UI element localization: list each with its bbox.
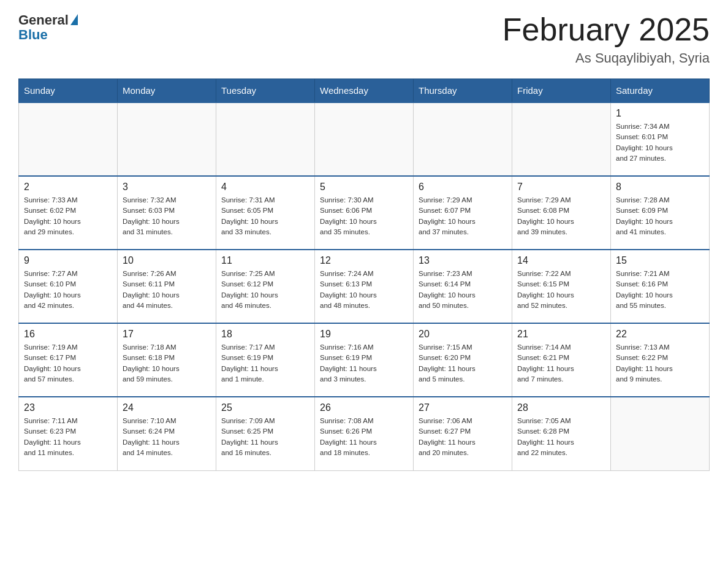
day-info: Sunrise: 7:34 AM Sunset: 6:01 PM Dayligh… <box>616 121 704 164</box>
calendar-cell: 7Sunrise: 7:29 AM Sunset: 6:08 PM Daylig… <box>512 176 611 250</box>
calendar-cell: 23Sunrise: 7:11 AM Sunset: 6:23 PM Dayli… <box>19 397 118 470</box>
calendar-cell <box>512 102 611 176</box>
day-number: 5 <box>320 182 408 193</box>
day-info: Sunrise: 7:30 AM Sunset: 6:06 PM Dayligh… <box>320 195 408 237</box>
calendar-cell: 3Sunrise: 7:32 AM Sunset: 6:03 PM Daylig… <box>118 176 216 250</box>
day-info: Sunrise: 7:26 AM Sunset: 6:11 PM Dayligh… <box>123 269 211 311</box>
day-info: Sunrise: 7:19 AM Sunset: 6:17 PM Dayligh… <box>24 342 112 385</box>
calendar-cell: 19Sunrise: 7:16 AM Sunset: 6:19 PM Dayli… <box>315 323 414 397</box>
day-number: 18 <box>221 329 309 340</box>
day-number: 1 <box>616 108 704 119</box>
day-info: Sunrise: 7:23 AM Sunset: 6:14 PM Dayligh… <box>419 269 507 311</box>
calendar-cell: 14Sunrise: 7:22 AM Sunset: 6:15 PM Dayli… <box>512 250 611 323</box>
day-info: Sunrise: 7:29 AM Sunset: 6:08 PM Dayligh… <box>517 195 605 237</box>
calendar-cell: 6Sunrise: 7:29 AM Sunset: 6:07 PM Daylig… <box>414 176 512 250</box>
calendar-cell: 1Sunrise: 7:34 AM Sunset: 6:01 PM Daylig… <box>611 102 710 176</box>
day-info: Sunrise: 7:09 AM Sunset: 6:25 PM Dayligh… <box>221 416 309 458</box>
day-info: Sunrise: 7:15 AM Sunset: 6:20 PM Dayligh… <box>419 342 507 385</box>
weekday-header-tuesday: Tuesday <box>216 79 315 103</box>
calendar-cell: 16Sunrise: 7:19 AM Sunset: 6:17 PM Dayli… <box>19 323 118 397</box>
calendar-cell: 27Sunrise: 7:06 AM Sunset: 6:27 PM Dayli… <box>414 397 512 470</box>
calendar-table: SundayMondayTuesdayWednesdayThursdayFrid… <box>18 79 710 471</box>
day-number: 12 <box>320 255 408 266</box>
calendar-cell: 8Sunrise: 7:28 AM Sunset: 6:09 PM Daylig… <box>611 176 710 250</box>
day-number: 14 <box>517 255 605 266</box>
day-info: Sunrise: 7:28 AM Sunset: 6:09 PM Dayligh… <box>616 195 704 237</box>
calendar-cell <box>315 102 414 176</box>
weekday-header-monday: Monday <box>118 79 216 103</box>
calendar-cell: 9Sunrise: 7:27 AM Sunset: 6:10 PM Daylig… <box>19 250 118 323</box>
day-number: 4 <box>221 182 309 193</box>
calendar-cell: 18Sunrise: 7:17 AM Sunset: 6:19 PM Dayli… <box>216 323 315 397</box>
calendar-cell: 20Sunrise: 7:15 AM Sunset: 6:20 PM Dayli… <box>414 323 512 397</box>
day-number: 21 <box>517 329 605 340</box>
day-number: 15 <box>616 255 704 266</box>
day-info: Sunrise: 7:05 AM Sunset: 6:28 PM Dayligh… <box>517 416 605 458</box>
calendar-cell <box>611 397 710 470</box>
day-info: Sunrise: 7:21 AM Sunset: 6:16 PM Dayligh… <box>616 269 704 311</box>
day-info: Sunrise: 7:11 AM Sunset: 6:23 PM Dayligh… <box>24 416 112 458</box>
day-info: Sunrise: 7:14 AM Sunset: 6:21 PM Dayligh… <box>517 342 605 385</box>
location-title: As Suqaylibiyah, Syria <box>502 50 710 66</box>
logo-blue-text: Blue <box>18 27 48 43</box>
day-number: 11 <box>221 255 309 266</box>
day-number: 13 <box>419 255 507 266</box>
calendar-cell <box>414 102 512 176</box>
calendar-cell: 28Sunrise: 7:05 AM Sunset: 6:28 PM Dayli… <box>512 397 611 470</box>
calendar-cell: 13Sunrise: 7:23 AM Sunset: 6:14 PM Dayli… <box>414 250 512 323</box>
day-number: 26 <box>320 402 408 413</box>
day-info: Sunrise: 7:33 AM Sunset: 6:02 PM Dayligh… <box>24 195 112 237</box>
page-header: General Blue February 2025 As Suqaylibiy… <box>18 12 710 66</box>
day-info: Sunrise: 7:16 AM Sunset: 6:19 PM Dayligh… <box>320 342 408 385</box>
calendar-cell: 25Sunrise: 7:09 AM Sunset: 6:25 PM Dayli… <box>216 397 315 470</box>
day-number: 2 <box>24 182 112 193</box>
day-number: 17 <box>123 329 211 340</box>
day-number: 27 <box>419 402 507 413</box>
calendar-cell: 12Sunrise: 7:24 AM Sunset: 6:13 PM Dayli… <box>315 250 414 323</box>
day-info: Sunrise: 7:18 AM Sunset: 6:18 PM Dayligh… <box>123 342 211 385</box>
day-number: 28 <box>517 402 605 413</box>
weekday-header-wednesday: Wednesday <box>315 79 414 103</box>
week-row-1: 1Sunrise: 7:34 AM Sunset: 6:01 PM Daylig… <box>19 102 710 176</box>
day-number: 16 <box>24 329 112 340</box>
day-number: 9 <box>24 255 112 266</box>
day-info: Sunrise: 7:24 AM Sunset: 6:13 PM Dayligh… <box>320 269 408 311</box>
calendar-cell <box>19 102 118 176</box>
calendar-cell: 22Sunrise: 7:13 AM Sunset: 6:22 PM Dayli… <box>611 323 710 397</box>
logo: General Blue <box>18 12 78 43</box>
weekday-header-saturday: Saturday <box>611 79 710 103</box>
day-info: Sunrise: 7:10 AM Sunset: 6:24 PM Dayligh… <box>123 416 211 458</box>
calendar-cell: 5Sunrise: 7:30 AM Sunset: 6:06 PM Daylig… <box>315 176 414 250</box>
month-title: February 2025 <box>502 12 710 47</box>
calendar-cell: 15Sunrise: 7:21 AM Sunset: 6:16 PM Dayli… <box>611 250 710 323</box>
calendar-cell: 11Sunrise: 7:25 AM Sunset: 6:12 PM Dayli… <box>216 250 315 323</box>
day-number: 8 <box>616 182 704 193</box>
day-number: 6 <box>419 182 507 193</box>
day-info: Sunrise: 7:31 AM Sunset: 6:05 PM Dayligh… <box>221 195 309 237</box>
calendar-cell: 17Sunrise: 7:18 AM Sunset: 6:18 PM Dayli… <box>118 323 216 397</box>
day-info: Sunrise: 7:17 AM Sunset: 6:19 PM Dayligh… <box>221 342 309 385</box>
calendar-cell: 24Sunrise: 7:10 AM Sunset: 6:24 PM Dayli… <box>118 397 216 470</box>
day-info: Sunrise: 7:27 AM Sunset: 6:10 PM Dayligh… <box>24 269 112 311</box>
day-number: 7 <box>517 182 605 193</box>
day-info: Sunrise: 7:22 AM Sunset: 6:15 PM Dayligh… <box>517 269 605 311</box>
logo-general-text: General <box>18 12 69 28</box>
calendar-cell: 21Sunrise: 7:14 AM Sunset: 6:21 PM Dayli… <box>512 323 611 397</box>
calendar-cell: 10Sunrise: 7:26 AM Sunset: 6:11 PM Dayli… <box>118 250 216 323</box>
weekday-header-friday: Friday <box>512 79 611 103</box>
day-info: Sunrise: 7:25 AM Sunset: 6:12 PM Dayligh… <box>221 269 309 311</box>
weekday-header-sunday: Sunday <box>19 79 118 103</box>
calendar-cell: 4Sunrise: 7:31 AM Sunset: 6:05 PM Daylig… <box>216 176 315 250</box>
calendar-cell: 2Sunrise: 7:33 AM Sunset: 6:02 PM Daylig… <box>19 176 118 250</box>
weekday-header-row: SundayMondayTuesdayWednesdayThursdayFrid… <box>19 79 710 103</box>
calendar-cell: 26Sunrise: 7:08 AM Sunset: 6:26 PM Dayli… <box>315 397 414 470</box>
title-section: February 2025 As Suqaylibiyah, Syria <box>502 12 710 66</box>
week-row-3: 9Sunrise: 7:27 AM Sunset: 6:10 PM Daylig… <box>19 250 710 323</box>
day-info: Sunrise: 7:29 AM Sunset: 6:07 PM Dayligh… <box>419 195 507 237</box>
weekday-header-thursday: Thursday <box>414 79 512 103</box>
logo-triangle-icon <box>70 14 78 25</box>
calendar-cell <box>118 102 216 176</box>
week-row-2: 2Sunrise: 7:33 AM Sunset: 6:02 PM Daylig… <box>19 176 710 250</box>
day-info: Sunrise: 7:08 AM Sunset: 6:26 PM Dayligh… <box>320 416 408 458</box>
day-number: 24 <box>123 402 211 413</box>
